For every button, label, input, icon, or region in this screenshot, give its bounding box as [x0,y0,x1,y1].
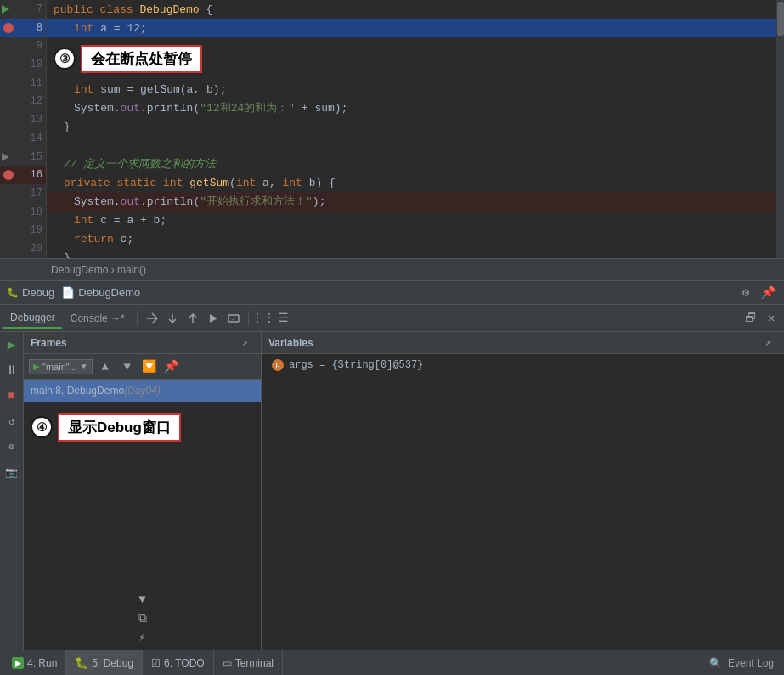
thread-down-btn[interactable]: ▼ [118,357,137,376]
variables-panel: Variables ↗ p args = {String[0]@537} [262,332,784,650]
annotation-3-row: ③ 会在断点处暂停 [47,37,776,80]
frames-scroll: ▼ ⧉ ⚡ [24,587,261,650]
vars-export-btn[interactable]: ↗ [759,334,777,352]
gutter-line-13: 13 [0,110,46,129]
terminal-tab-icon: ▭ [223,657,232,669]
more-btn[interactable]: ⊗ [3,437,21,456]
code-line-16: System.out.println("开始执行求和方法！"); [47,192,776,211]
resume-btn[interactable]: ▶ [3,335,21,354]
gutter-line-17: 17 [0,184,46,203]
gutter-line-18: 18 [0,203,46,222]
svg-text:>: > [231,315,235,323]
gutter-line-14: 14 [0,129,46,148]
gutter-line-7: 7 [0,0,46,19]
tab-terminal[interactable]: ▭ Terminal [214,650,283,675]
circle-3: ③ [54,48,76,70]
threads-btn[interactable]: ⋮⋮ [254,309,273,328]
evaluate-btn[interactable]: > [224,309,243,328]
breakpoint-icon [3,23,14,33]
run-to-cursor-btn[interactable] [204,309,223,328]
debug-tab-icon2: 🐛 [75,656,88,669]
code-line-14: // 定义一个求两数之和的方法 [47,155,776,173]
search-icon: 🔍 [709,657,722,669]
event-log-btn[interactable]: 🔍 Event Log [702,657,781,669]
frame-item-main[interactable]: main:8, DebugDemo (Day04) [24,380,261,402]
debug-tab-icon: 📄 [61,286,75,299]
event-log-label: Event Log [728,657,774,669]
thread-toolbar: ▶ "main"... ▼ ▲ ▼ 🔽 📌 [24,354,261,380]
run-tab-label: 4: Run [27,657,57,669]
code-line-15: private static int getSum(int a, int b) … [47,173,776,192]
code-line-12: } [47,117,776,136]
run-arrow-icon [2,5,9,14]
restore-btn[interactable]: 🗗 [742,309,760,328]
editor-area: 7 8 9 10 11 12 [0,0,784,259]
todo-tab-label: 6: TODO [164,657,205,669]
pause-btn[interactable]: ⏸ [3,361,21,380]
pin-btn[interactable]: 📌 [759,284,777,302]
frames-title: Frames [31,337,67,349]
editor-scrollbar[interactable] [776,0,784,258]
gutter-line-20: 20 [0,239,46,258]
frame-item-text: main:8, DebugDemo [31,385,124,397]
thread-dropdown[interactable]: ▶ "main"... ▼ [29,359,93,374]
debug-main-content: ▶ ⏸ ■ ↺ ⊗ 📷 Frames ↗ ▶ "main"... ▼ [0,332,784,650]
close2-btn[interactable]: ✕ [762,309,781,328]
scroll-down-btn[interactable]: ▼ [133,590,152,609]
thread-label: "main"... [42,362,77,372]
debugger-label: Debugger [10,312,55,323]
thread-up-btn[interactable]: ▲ [96,357,115,376]
code-line-18: return c; [47,229,776,248]
var-type-icon: p [272,359,284,371]
breadcrumb-text: DebugDemo › main() [51,264,146,276]
tab-console[interactable]: Console →* [64,309,132,328]
code-line-17: int c = a + b; [47,211,776,229]
bottom-toolbar: ▶ 4: Run 🐛 5: Debug ☑ 6: TODO ▭ Terminal… [0,650,784,675]
debug-icon: 🐛 [7,287,19,298]
step-into-btn[interactable] [163,309,182,328]
debug-title: Debug [22,286,54,299]
breadcrumb: DebugDemo › main() [0,259,784,281]
tab-debugger[interactable]: Debugger [3,308,62,329]
frames-header: Frames ↗ [24,332,261,354]
step-over-btn[interactable] [143,309,161,328]
scrollbar-thumb[interactable] [777,2,784,36]
gutter-line-9: 9 [0,37,46,55]
gutter-line-15: 15 [0,148,46,166]
console-label: Console →* [71,312,125,324]
step-out-btn[interactable] [183,309,202,328]
toolbar-separator-2 [248,311,249,326]
gutter-line-11: 11 [0,74,46,93]
var-args-text: args = {String[0]@537} [289,359,423,371]
run-arrow-15 [2,153,9,161]
tab-run[interactable]: ▶ 4: Run [3,650,66,675]
camera-btn[interactable]: 📷 [3,463,21,481]
left-sidebar: ▶ ⏸ ■ ↺ ⊗ 📷 [0,332,24,650]
gutter-line-16: 16 [0,166,46,184]
annotation-4-label: 显示Debug窗口 [58,413,181,442]
run-tab-icon: ▶ [12,657,24,669]
debug-tab-name: DebugDemo [78,286,140,299]
code-line-8: int a = 12; [47,19,776,37]
debug-title-bar: 🐛 Debug 📄 DebugDemo ⚙ 📌 [0,281,784,305]
stop-btn[interactable]: ■ [3,386,21,405]
code-content: public class DebugDemo { int a = 12; ③ 会… [47,0,776,258]
settings2-btn[interactable]: ☰ [274,309,293,328]
copy-frame-btn[interactable]: ⧉ [133,609,152,627]
settings-btn[interactable]: ⚙ [736,284,755,302]
code-line-7: public class DebugDemo { [47,0,776,19]
frame-action-btn[interactable]: ⚡ [133,627,152,646]
gutter-line-8: 8 [0,19,46,37]
tab-debug[interactable]: 🐛 5: Debug [66,650,143,675]
frames-export-btn[interactable]: ↗ [235,334,254,352]
var-item-args[interactable]: p args = {String[0]@537} [262,354,784,376]
circle-4: ④ [31,416,53,438]
code-line-13 [47,136,776,155]
thread-pin-btn[interactable]: 📌 [162,357,181,376]
thread-filter-btn[interactable]: 🔽 [140,357,159,376]
tab-todo[interactable]: ☑ 6: TODO [143,650,214,675]
debug-tab-label: 5: Debug [92,657,133,669]
rerun-btn[interactable]: ↺ [3,412,21,430]
breakpoint-icon-16 [3,170,14,180]
variables-header: Variables ↗ [262,332,784,354]
